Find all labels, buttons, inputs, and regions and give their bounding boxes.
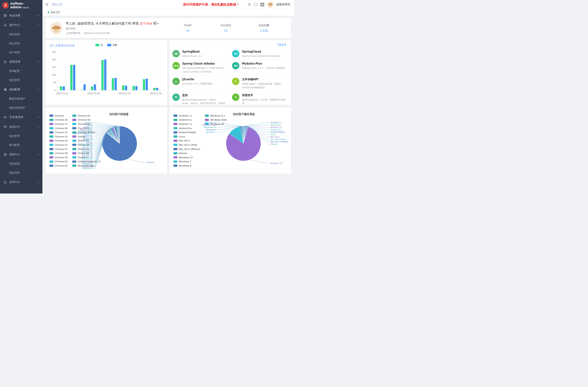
fullscreen-icon[interactable] bbox=[254, 3, 257, 6]
legend-item[interactable]: Firefox 56 bbox=[72, 151, 101, 155]
svg-text:Android 8.x: Android 8.x bbox=[270, 129, 281, 131]
sidebar-item-6[interactable]: 消息中心 bbox=[0, 150, 42, 159]
sidebar-item-3[interactable]: 基础配置 bbox=[0, 85, 42, 94]
legend-item[interactable]: Internet Explorer 11 bbox=[72, 160, 101, 164]
feature-item-3[interactable]: MPMybatis-PlusMybatis-plus 3.2.0： Mybati… bbox=[230, 60, 290, 76]
legend-item[interactable]: Android 8.x bbox=[173, 126, 200, 130]
legend-item[interactable]: Chrome 63 bbox=[72, 114, 101, 118]
legend-item[interactable]: Android Mobile bbox=[173, 130, 200, 134]
legend-item[interactable]: Chrome 8 bbox=[72, 126, 101, 130]
legend-item[interactable]: Chrome 53 bbox=[49, 134, 67, 139]
legend-item[interactable]: Chrome 59 bbox=[49, 155, 67, 160]
feature-item-1[interactable]: SCSpringCloudSpring Cloud Greenwich.RELE… bbox=[230, 48, 290, 60]
feature-item-4[interactable]: JJ2cacheJ2cache2.7.8: 二级缓存框架 bbox=[170, 76, 230, 91]
legend-item[interactable]: Firefox 42 bbox=[72, 139, 101, 143]
chevron-down-icon bbox=[38, 24, 40, 26]
stat-label: 今日访问 bbox=[208, 24, 243, 27]
legend-item[interactable]: Windows 10 bbox=[173, 155, 200, 160]
sidebar-item-7[interactable]: 文件中心 bbox=[0, 177, 42, 187]
legend-item[interactable]: Mac OS X (iPhone) bbox=[173, 147, 200, 151]
tab-home[interactable]: 系统主页 bbox=[45, 10, 62, 15]
gear-icon bbox=[4, 116, 7, 119]
sidebar-item-0[interactable]: 务必详看 bbox=[0, 11, 42, 20]
star-link[interactable]: 点个star bbox=[140, 21, 152, 25]
hamburger-icon[interactable] bbox=[45, 3, 48, 6]
sidebar-subitem-6-0[interactable]: 消息推送 bbox=[0, 159, 42, 168]
user-name[interactable]: 超级管理员 bbox=[276, 3, 290, 6]
font-size-icon[interactable]: A bbox=[260, 2, 264, 6]
legend-item[interactable]: Windows 8 bbox=[173, 164, 200, 168]
legend-item[interactable]: Chrome 51 bbox=[49, 130, 67, 134]
sidebar-item-5[interactable]: 短信中心 bbox=[0, 122, 42, 132]
user-avatar[interactable] bbox=[267, 1, 273, 8]
legend-item[interactable]: Chrome 55 bbox=[49, 143, 67, 147]
legend-item[interactable]: Windows Vista bbox=[205, 118, 227, 122]
legend-item[interactable]: Android 1.x bbox=[173, 114, 200, 118]
app-title: zuihou-admin bbox=[10, 2, 24, 9]
legend-item[interactable]: Windows 7 bbox=[173, 160, 200, 164]
legend-item[interactable]: Chrome 61 bbox=[49, 160, 67, 164]
sidebar-subitem-3-0[interactable]: 数据字典维护 bbox=[0, 94, 42, 103]
chevron-down-icon bbox=[38, 89, 40, 91]
stat-value[interactable]: 15 bbox=[208, 29, 243, 32]
legend-item[interactable]: Android 7.x bbox=[173, 122, 200, 126]
legend-label: Firefox 7 bbox=[78, 156, 87, 159]
sidebar-item-4[interactable]: 开发者管理 bbox=[0, 112, 42, 122]
sidebar-subitem-6-1[interactable]: 我的消息 bbox=[0, 168, 42, 177]
legend-item[interactable]: Ubuntu bbox=[173, 151, 200, 155]
feature-title: 文件存储API bbox=[242, 78, 287, 81]
sidebar-subitem-2-0[interactable]: 菜单配置 bbox=[0, 67, 42, 76]
doc-icon bbox=[4, 14, 7, 17]
sidebar-subitem-1-1[interactable]: 岗位管理 bbox=[0, 39, 42, 48]
sidebar-subitem-1-2[interactable]: 用户管理 bbox=[0, 48, 42, 57]
legend-item[interactable]: Microsoft Edge bbox=[72, 164, 101, 168]
sidebar-item-1[interactable]: 用户中心 bbox=[0, 20, 42, 30]
feature-item-5[interactable]: F文件存储API封装文件接口，实现本地存储、阿里云、FastDFS存储的配置化 bbox=[230, 76, 290, 91]
chevron-down-icon bbox=[38, 15, 40, 17]
legend-item[interactable]: Android 6.x bbox=[173, 118, 200, 122]
legend-swatch bbox=[173, 135, 177, 138]
legend-item[interactable]: 总数 bbox=[107, 43, 117, 47]
legend-item[interactable]: Mac OS X bbox=[173, 139, 200, 143]
legend-item[interactable]: Firefox 45 bbox=[72, 143, 101, 147]
legend-item[interactable]: Mac OS X (iPad) bbox=[173, 143, 200, 147]
legend-item[interactable]: Chrome 49 bbox=[49, 126, 67, 130]
sidebar-subitem-5-0[interactable]: 短信管理 bbox=[0, 132, 42, 141]
legend-item[interactable]: Chrome Mobile bbox=[72, 130, 101, 134]
legend-item[interactable]: Chrome 26 bbox=[49, 118, 67, 122]
legend-item[interactable]: Chrome 64 bbox=[72, 118, 101, 122]
search-icon[interactable] bbox=[248, 3, 251, 6]
legend-item[interactable]: Firefox 7 bbox=[72, 155, 101, 160]
legend-item[interactable]: Linux bbox=[173, 134, 200, 139]
feature-item-2[interactable]: SCASpring Cloud alibabaSpringCloudAlibab… bbox=[170, 60, 230, 76]
legend-item[interactable]: Chrome bbox=[49, 114, 67, 118]
legend-item[interactable]: Windows XP bbox=[205, 122, 227, 126]
visits-bar-chart[interactable]: 0501001502002502019-12-012019-12-042019-… bbox=[50, 49, 163, 96]
logo[interactable]: Z zuihou-admincloud bbox=[0, 0, 42, 11]
sidebar-subitem-5-1[interactable]: 账号配置 bbox=[0, 141, 42, 150]
legend-item[interactable]: Chrome 47 bbox=[49, 122, 67, 126]
legend-item[interactable]: Firefox 51 bbox=[72, 147, 101, 151]
legend-item[interactable]: Chrome 62 bbox=[49, 164, 67, 168]
legend-item[interactable]: Firefox bbox=[72, 134, 101, 139]
sidebar-subitem-3-1[interactable]: 地区信息维护 bbox=[0, 103, 42, 112]
feature-item-0[interactable]: SBSpringBootSpring Boot 2.1.2 bbox=[170, 48, 230, 60]
legend-item[interactable]: Chrome 58 bbox=[49, 151, 67, 155]
sidebar-item-2[interactable]: 权限管理 bbox=[0, 57, 42, 67]
legend-item[interactable]: Chrome 54 bbox=[49, 139, 67, 143]
legend-item[interactable]: Windows 8.1 bbox=[205, 114, 227, 118]
svg-text:250: 250 bbox=[52, 51, 56, 53]
breadcrumb[interactable]: 系统主页 bbox=[51, 3, 62, 6]
stat-value[interactable]: 14 bbox=[170, 29, 205, 32]
legend-item[interactable]: Chrome 57 bbox=[49, 147, 67, 151]
feature-item-6[interactable]: M监控集成SpringBootAdmin、Zipkin、Redis、Mysql、… bbox=[170, 91, 230, 105]
legend-swatch bbox=[205, 119, 209, 121]
legend-label: Chrome 57 bbox=[55, 148, 67, 150]
sidebar-subitem-1-0[interactable]: 组织管理 bbox=[0, 30, 42, 39]
feature-item-7[interactable]: C容器技术虚拟化容器技术，让迁移、部署更加方便快捷 bbox=[230, 91, 290, 105]
legend-item[interactable]: Chrome 65 bbox=[72, 122, 101, 126]
learn-more-link[interactable]: 了解更多 bbox=[277, 43, 287, 46]
stat-value[interactable]: 2,029 bbox=[246, 29, 281, 32]
sidebar-subitem-2-1[interactable]: 角色管理 bbox=[0, 76, 42, 85]
legend-item[interactable]: 您 bbox=[95, 43, 103, 47]
